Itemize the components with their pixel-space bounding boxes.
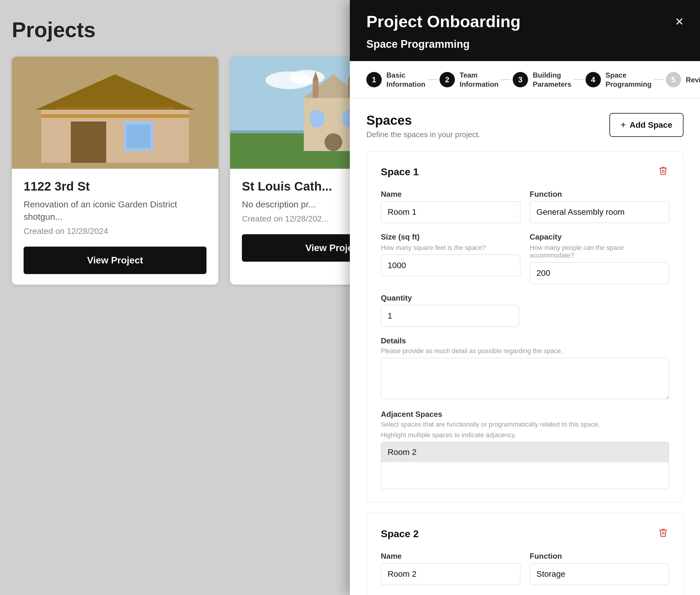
space-1-function-input[interactable] — [530, 201, 669, 223]
space-1-adjacent-section: Adjacent Spaces Select spaces that are f… — [381, 410, 669, 489]
space-1-quantity-row: Quantity — [381, 293, 669, 327]
space-1-function-label: Function — [530, 190, 669, 199]
svg-rect-21 — [310, 110, 325, 128]
step-3-circle: 3 — [513, 72, 528, 87]
space-1-details-textarea[interactable] — [381, 358, 669, 399]
space-1-size-label: Size (sq ft) — [381, 232, 520, 242]
space-1-function-group: Function — [530, 190, 669, 223]
step-divider-1 — [428, 79, 437, 80]
step-2[interactable]: 2 TeamInformation — [440, 70, 499, 89]
space-2-function-input[interactable] — [530, 563, 669, 585]
svg-rect-20 — [325, 133, 342, 151]
steps-bar: 1 BasicInformation 2 TeamInformation 3 B… — [350, 61, 700, 99]
space-2-title: Space 2 — [381, 528, 419, 540]
trash-icon — [659, 166, 668, 175]
space-2-function-group: Function — [530, 551, 669, 585]
project-card-1: 1122 3rd St Renovation of an iconic Gard… — [12, 57, 218, 285]
svg-rect-7 — [56, 107, 174, 110]
space-1-quantity-group: Quantity — [381, 293, 519, 327]
space-1-adjacent-hint1: Select spaces that are functionally or p… — [381, 421, 669, 428]
space-1-size-capacity-row: Size (sq ft) How many square feet is the… — [381, 232, 669, 284]
step-5-label: Review — [686, 75, 700, 84]
space-1-quantity-input[interactable] — [381, 305, 519, 327]
space-1-capacity-label: Capacity — [530, 232, 669, 242]
step-5-circle: 5 — [666, 72, 681, 87]
project-card-1-title: 1122 3rd St — [24, 179, 206, 194]
project-card-1-date: Created on 12/28/2024 — [24, 227, 206, 236]
space-1-size-group: Size (sq ft) How many square feet is the… — [381, 232, 520, 284]
space-2-function-label: Function — [530, 551, 669, 561]
step-4-label: SpaceProgramming — [606, 70, 652, 89]
step-divider-3 — [574, 79, 583, 80]
space-1-name-function-row: Name Function — [381, 190, 669, 223]
modal-panel: Project Onboarding × Space Programming 1… — [350, 0, 700, 595]
space-1-quantity-label: Quantity — [381, 293, 519, 303]
space-2-card-header: Space 2 — [381, 526, 669, 541]
adjacent-option-empty — [381, 462, 669, 486]
step-4-circle: 4 — [586, 72, 601, 87]
space-1-adjacent-hint2: Highlight multiple spaces to indicate ad… — [381, 431, 669, 439]
space-2-name-input[interactable] — [381, 563, 520, 585]
step-divider-4 — [654, 79, 664, 80]
space-2-name-function-row: Name Function — [381, 551, 669, 585]
space-1-name-label: Name — [381, 190, 520, 199]
space-1-title: Space 1 — [381, 166, 419, 177]
modal-header-top: Project Onboarding × — [366, 12, 683, 31]
project-card-1-description: Renovation of an iconic Garden District … — [24, 198, 206, 223]
svg-rect-6 — [41, 114, 189, 118]
trash-icon-2 — [659, 528, 668, 537]
svg-rect-16 — [313, 80, 318, 98]
space-1-capacity-input[interactable] — [530, 262, 669, 284]
space-1-capacity-group: Capacity How many people can the space a… — [530, 232, 669, 284]
add-space-label: Add Space — [629, 120, 672, 130]
space-2-name-group: Name — [381, 551, 520, 585]
modal-body[interactable]: Spaces Define the spaces in your project… — [350, 99, 700, 595]
plus-icon: + — [621, 119, 626, 131]
add-space-button[interactable]: + Add Space — [610, 113, 683, 137]
step-1-circle: 1 — [366, 72, 382, 87]
space-1-size-input[interactable] — [381, 255, 520, 276]
step-4[interactable]: 4 SpaceProgramming — [586, 70, 652, 89]
modal-close-button[interactable]: × — [675, 15, 683, 29]
spaces-title-group: Spaces Define the spaces in your project… — [366, 113, 480, 139]
delete-space-2-button[interactable] — [657, 526, 669, 541]
project-card-1-image — [12, 57, 218, 169]
delete-space-1-button[interactable] — [657, 164, 669, 179]
svg-rect-5 — [127, 124, 150, 148]
adjacent-option-room2[interactable]: Room 2 — [381, 442, 669, 462]
space-1-capacity-hint: How many people can the space accommodat… — [530, 244, 669, 259]
spaces-subtitle: Define the spaces in your project. — [366, 130, 480, 139]
project-card-1-body: 1122 3rd St Renovation of an iconic Gard… — [12, 169, 218, 285]
step-1-label: BasicInformation — [386, 70, 425, 89]
space-card-2: Space 2 Name Fu — [366, 513, 683, 595]
space-1-details-hint: Please provide as much detail as possibl… — [381, 347, 669, 355]
step-1[interactable]: 1 BasicInformation — [366, 70, 425, 89]
step-5[interactable]: 5 Review — [666, 72, 700, 87]
svg-rect-3 — [71, 121, 106, 163]
svg-point-11 — [289, 70, 325, 85]
spaces-title: Spaces — [366, 113, 480, 128]
space-1-name-input[interactable] — [381, 201, 520, 223]
spaces-section-header: Spaces Define the spaces in your project… — [366, 113, 683, 139]
step-3-label: BuildingParameters — [533, 70, 571, 89]
space-card-1: Space 1 Name Fu — [366, 151, 683, 502]
space-1-adjacent-select[interactable]: Room 2 — [381, 442, 669, 489]
view-project-1-button[interactable]: View Project — [24, 247, 206, 274]
space-1-size-hint: How many square feet is the space? — [381, 244, 520, 252]
space-1-name-group: Name — [381, 190, 520, 223]
step-3[interactable]: 3 BuildingParameters — [513, 70, 571, 89]
step-2-label: TeamInformation — [459, 70, 499, 89]
step-divider-2 — [501, 79, 510, 80]
modal-header: Project Onboarding × Space Programming — [350, 0, 700, 61]
project-card-1-illustration — [12, 57, 218, 169]
space-1-details-label: Details — [381, 336, 669, 345]
space-2-name-label: Name — [381, 551, 520, 561]
modal-subtitle: Space Programming — [366, 38, 683, 51]
space-1-details-section: Details Please provide as much detail as… — [381, 336, 669, 400]
space-1-card-header: Space 1 — [381, 164, 669, 179]
step-2-circle: 2 — [440, 72, 455, 87]
modal-title: Project Onboarding — [366, 12, 521, 31]
space-1-adjacent-label: Adjacent Spaces — [381, 410, 669, 419]
